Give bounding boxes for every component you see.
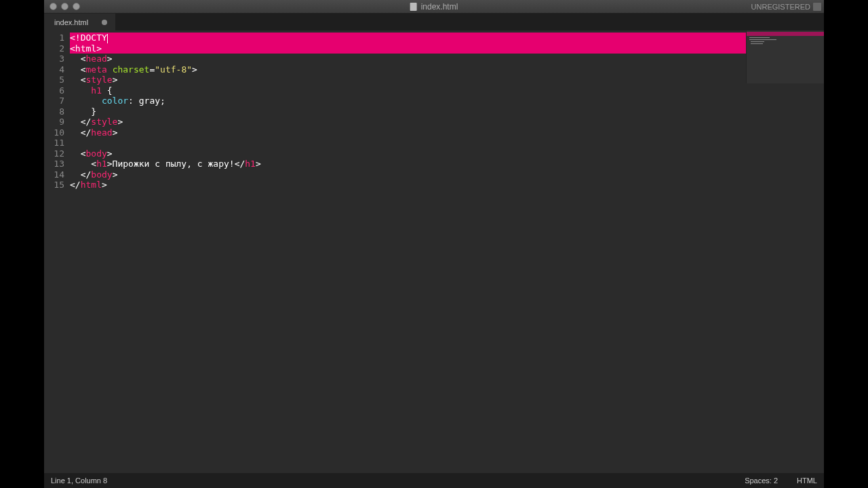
gutter: 123456789101112131415	[44, 30, 70, 473]
zoom-icon[interactable]	[73, 3, 80, 10]
code-line[interactable]: h1 {	[70, 85, 824, 96]
status-spaces[interactable]: Spaces: 2	[745, 476, 778, 485]
minimize-icon[interactable]	[61, 3, 68, 10]
line-number: 8	[44, 106, 64, 117]
line-number: 10	[44, 127, 64, 138]
status-lang[interactable]: HTML	[797, 476, 817, 485]
caret-icon	[107, 34, 108, 43]
status-bar: Line 1, Column 8 Spaces: 2 HTML	[44, 473, 824, 488]
code-line[interactable]: </style>	[70, 117, 824, 127]
code-line[interactable]: </html>	[70, 180, 824, 190]
status-cursor[interactable]: Line 1, Column 8	[51, 476, 107, 485]
line-number: 11	[44, 138, 64, 148]
editor-area[interactable]: 123456789101112131415 <!DOCTY<html> <hea…	[44, 30, 824, 473]
line-number: 12	[44, 148, 64, 159]
code-line[interactable]: }	[70, 106, 824, 117]
code-line[interactable]: </body>	[70, 169, 824, 180]
code-line[interactable]	[70, 138, 824, 148]
code-line[interactable]: <h1>Пирожки с пылу, с жару!</h1>	[70, 159, 824, 169]
line-number: 9	[44, 117, 64, 127]
file-icon	[410, 3, 417, 11]
tab-label: index.html	[54, 18, 88, 26]
line-number: 4	[44, 64, 64, 75]
line-number: 2	[44, 43, 64, 54]
code-line[interactable]: <meta charset="utf-8">	[70, 64, 824, 75]
line-number: 6	[44, 85, 64, 96]
code-area[interactable]: <!DOCTY<html> <head> <meta charset="utf-…	[70, 30, 824, 473]
code-line[interactable]: <html>	[70, 43, 824, 54]
tab-index-html[interactable]: index.html	[44, 14, 115, 30]
editor-window: index.html UNREGISTERED index.html 12345…	[44, 0, 824, 488]
title-text: index.html	[421, 2, 458, 12]
dirty-indicator-icon	[102, 20, 107, 25]
registration-label: UNREGISTERED	[751, 3, 810, 11]
code-line[interactable]: <head>	[70, 54, 824, 64]
line-number: 5	[44, 75, 64, 85]
line-number: 15	[44, 180, 64, 190]
line-number: 1	[44, 33, 64, 43]
tab-bar: index.html	[44, 14, 824, 30]
line-number: 7	[44, 96, 64, 106]
traffic-lights	[44, 3, 80, 10]
code-line[interactable]: <body>	[70, 148, 824, 159]
code-line[interactable]: color: gray;	[70, 96, 824, 106]
code-line[interactable]: <style>	[70, 75, 824, 85]
close-icon[interactable]	[50, 3, 57, 10]
line-number: 14	[44, 169, 64, 180]
expand-icon[interactable]	[813, 3, 821, 11]
line-number: 3	[44, 54, 64, 64]
window-title: index.html	[410, 2, 458, 12]
titlebar: index.html UNREGISTERED	[44, 0, 824, 14]
code-line[interactable]: <!DOCTY	[70, 33, 824, 43]
line-number: 13	[44, 159, 64, 169]
code-line[interactable]: </head>	[70, 127, 824, 138]
